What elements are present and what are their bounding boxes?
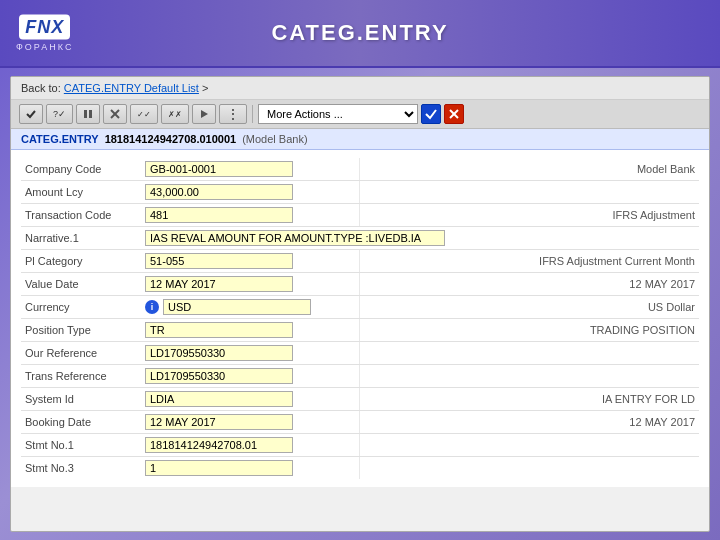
system-id-input[interactable] (145, 391, 293, 407)
main-content: Back to: CATEG.ENTRY Default List > ?✓ ✓… (10, 76, 710, 532)
our-reference-right (360, 342, 699, 364)
close-button[interactable] (103, 104, 127, 124)
stmt-no3-row: Stmt No.3 (21, 457, 699, 479)
transaction-code-right: IFRS Adjustment (360, 204, 699, 226)
logo-sub: ФОРАНКС (16, 42, 73, 52)
currency-left: Currency i (21, 296, 360, 318)
stmt-no1-row: Stmt No.1 (21, 434, 699, 457)
cancel-icon-button[interactable] (444, 104, 464, 124)
position-type-left: Position Type (21, 319, 360, 341)
our-reference-row: Our Reference (21, 342, 699, 365)
svg-rect-1 (89, 110, 92, 118)
logo-box: FNX (19, 15, 70, 40)
company-code-label: Company Code (25, 163, 145, 175)
value-date-label: Value Date (25, 278, 145, 290)
stmt-no3-input[interactable] (145, 460, 293, 476)
booking-date-label: Booking Date (25, 416, 145, 428)
stmt-no1-left: Stmt No.1 (21, 434, 360, 456)
record-id: 181814124942708.010001 (105, 133, 237, 145)
pl-category-right: IFRS Adjustment Current Month (360, 250, 699, 272)
amount-lcy-right (360, 181, 699, 203)
dots-button[interactable]: ⋮ (219, 104, 247, 124)
svg-marker-4 (201, 110, 208, 118)
stmt-no3-right (360, 457, 699, 479)
pl-category-right-value: IFRS Adjustment Current Month (539, 255, 695, 267)
value-date-right: 12 MAY 2017 (360, 273, 699, 295)
stmt-no3-label: Stmt No.3 (25, 462, 145, 474)
double-x-button[interactable]: ✗✗ (161, 104, 189, 124)
value-date-left: Value Date (21, 273, 360, 295)
transaction-code-input[interactable] (145, 207, 293, 223)
booking-date-right-value: 12 MAY 2017 (629, 416, 695, 428)
arrow-right-button[interactable] (192, 104, 216, 124)
system-id-left: System Id (21, 388, 360, 410)
pause-button[interactable] (76, 104, 100, 124)
amount-lcy-left: Amount Lcy (21, 181, 360, 203)
page-title: CATEG.ENTRY (271, 20, 448, 46)
check-button[interactable] (19, 104, 43, 124)
narrative-row: Narrative.1 (21, 227, 699, 250)
form-area: Company Code Model Bank Amount Lcy (11, 150, 709, 487)
system-id-row: System Id IA ENTRY FOR LD (21, 388, 699, 411)
company-code-right-value: Model Bank (637, 163, 695, 175)
position-type-right: TRADING POSITION (360, 319, 699, 341)
app-header: FNX ФОРАНКС CATEG.ENTRY (0, 0, 720, 68)
more-actions-dropdown[interactable]: More Actions ... (258, 104, 418, 124)
system-id-right: IA ENTRY FOR LD (360, 388, 699, 410)
system-id-right-value: IA ENTRY FOR LD (602, 393, 695, 405)
svg-rect-0 (84, 110, 87, 118)
position-type-label: Position Type (25, 324, 145, 336)
currency-row: Currency i US Dollar (21, 296, 699, 319)
narrative-input[interactable] (145, 230, 445, 246)
transaction-code-row: Transaction Code IFRS Adjustment (21, 204, 699, 227)
company-code-input[interactable] (145, 161, 293, 177)
info-icon[interactable]: i (145, 300, 159, 314)
pl-category-input[interactable] (145, 253, 293, 269)
transaction-code-label: Transaction Code (25, 209, 145, 221)
currency-right: US Dollar (360, 296, 699, 318)
trans-reference-input[interactable] (145, 368, 293, 384)
trans-reference-row: Trans Reference (21, 365, 699, 388)
company-code-left: Company Code (21, 158, 360, 180)
value-date-row: Value Date 12 MAY 2017 (21, 273, 699, 296)
record-type: CATEG.ENTRY (21, 133, 99, 145)
stmt-no1-label: Stmt No.1 (25, 439, 145, 451)
amount-lcy-label: Amount Lcy (25, 186, 145, 198)
our-reference-label: Our Reference (25, 347, 145, 359)
stmt-no1-right (360, 434, 699, 456)
amount-lcy-row: Amount Lcy (21, 181, 699, 204)
amount-lcy-input[interactable] (145, 184, 293, 200)
position-type-row: Position Type TRADING POSITION (21, 319, 699, 342)
system-id-label: System Id (25, 393, 145, 405)
position-type-right-value: TRADING POSITION (590, 324, 695, 336)
currency-label: Currency (25, 301, 145, 313)
record-header: CATEG.ENTRY 181814124942708.010001 (Mode… (11, 129, 709, 150)
question-check-button[interactable]: ?✓ (46, 104, 73, 124)
stmt-no3-left: Stmt No.3 (21, 457, 360, 479)
company-code-right: Model Bank (360, 158, 699, 180)
toolbar-separator (252, 105, 253, 123)
toolbar: ?✓ ✓✓ ✗✗ ⋮ More Actions ... (11, 100, 709, 129)
double-check-button[interactable]: ✓✓ (130, 104, 158, 124)
company-code-row: Company Code Model Bank (21, 158, 699, 181)
trans-reference-left: Trans Reference (21, 365, 360, 387)
breadcrumb-prefix: Back to: (21, 82, 61, 94)
confirm-icon-button[interactable] (421, 104, 441, 124)
value-date-input[interactable] (145, 276, 293, 292)
booking-date-input[interactable] (145, 414, 293, 430)
pl-category-left: Pl Category (21, 250, 360, 272)
currency-input[interactable] (163, 299, 311, 315)
breadcrumb: Back to: CATEG.ENTRY Default List > (11, 77, 709, 100)
transaction-code-right-value: IFRS Adjustment (612, 209, 695, 221)
narrative-label: Narrative.1 (25, 232, 145, 244)
currency-right-value: US Dollar (648, 301, 695, 313)
breadcrumb-suffix: > (202, 82, 208, 94)
trans-reference-right (360, 365, 699, 387)
pl-category-label: Pl Category (25, 255, 145, 267)
logo-text: FNX (25, 17, 64, 38)
breadcrumb-link[interactable]: CATEG.ENTRY Default List (64, 82, 199, 94)
logo-area: FNX ФОРАНКС (16, 15, 73, 52)
our-reference-input[interactable] (145, 345, 293, 361)
position-type-input[interactable] (145, 322, 293, 338)
stmt-no1-input[interactable] (145, 437, 293, 453)
